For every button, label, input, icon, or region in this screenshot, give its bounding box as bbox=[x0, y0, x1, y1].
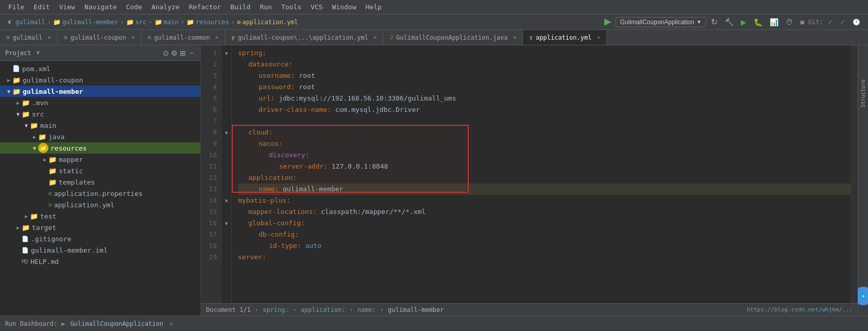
menu-analyze[interactable]: Analyze bbox=[147, 2, 184, 12]
tree-item-mapper[interactable]: ▶ 📁 mapper bbox=[0, 154, 200, 165]
gutter-10 bbox=[222, 150, 231, 161]
menu-window[interactable]: Window bbox=[328, 2, 361, 12]
menu-file[interactable]: File bbox=[4, 2, 28, 12]
tab-coupon-yml-close[interactable]: ✕ bbox=[373, 34, 377, 41]
tab-java-label: GulimallCouponApplication.java bbox=[396, 34, 508, 41]
nav-gulimall-label: gulimall bbox=[15, 19, 45, 26]
code-editor[interactable]: spring: datasource: username: root passw… bbox=[232, 45, 850, 303]
tree-iml-icon: 📄 bbox=[22, 247, 29, 254]
profile-icon[interactable]: ⏱ bbox=[783, 17, 795, 27]
tab-coupon[interactable]: m gulimall-coupon ✕ bbox=[58, 30, 142, 45]
gutter-19 bbox=[222, 252, 231, 263]
menu-vcs[interactable]: VCS bbox=[307, 2, 327, 12]
line-num-1: 1 bbox=[201, 47, 217, 59]
tree-item-templates[interactable]: 📁 templates bbox=[0, 176, 200, 188]
gutter-7 bbox=[222, 115, 231, 127]
sidebar-dropdown-icon[interactable]: ▼ bbox=[37, 49, 40, 56]
tab-common[interactable]: m gulimall-common ✕ bbox=[142, 30, 226, 45]
fold-8[interactable]: ▼ bbox=[222, 127, 231, 138]
green-arrow-icon[interactable] bbox=[602, 16, 614, 28]
tree-item-iml[interactable]: 📄 gulimall-member.iml bbox=[0, 244, 200, 256]
run-dashboard-item[interactable]: GulimallCouponApplication bbox=[70, 320, 163, 327]
menu-bar: File Edit View Navigate Code Analyze Ref… bbox=[0, 0, 868, 14]
tab-java[interactable]: J GulimallCouponApplication.java ✕ bbox=[383, 30, 523, 45]
sidebar-target-icon[interactable]: ⊙ bbox=[163, 48, 169, 58]
tree-static-icon: 📁 bbox=[48, 167, 57, 175]
nav-src[interactable]: 📁 src bbox=[126, 19, 147, 26]
tree-item-member[interactable]: ▼ 📁 gulimall-member bbox=[0, 86, 200, 97]
menu-help[interactable]: Help bbox=[362, 2, 386, 12]
git-clock-icon[interactable]: 🕐 bbox=[850, 18, 863, 27]
tree-item-app-props[interactable]: ⚙ application.properties bbox=[0, 188, 200, 199]
tree-item-app-yml[interactable]: ⚙ application.yml bbox=[0, 199, 200, 210]
sidebar-settings-icon[interactable]: ⚙ bbox=[171, 48, 178, 58]
menu-edit[interactable]: Edit bbox=[29, 2, 54, 12]
run-config-selector[interactable]: GulimallCouponApplication ▼ bbox=[616, 17, 706, 27]
menu-tools[interactable]: Tools bbox=[277, 2, 305, 12]
tree-mapper-label: mapper bbox=[59, 156, 83, 163]
refresh-icon[interactable]: ↻ bbox=[708, 16, 720, 28]
tree-item-src[interactable]: ▼ 📁 src bbox=[0, 108, 200, 120]
tree-item-target[interactable]: ▶ 📁 target bbox=[0, 222, 200, 233]
menu-build[interactable]: Build bbox=[226, 2, 254, 12]
tree-item-mvn[interactable]: ▶ 📁 .mvn bbox=[0, 97, 200, 108]
tree-item-pom[interactable]: 📄 pom.xml bbox=[0, 63, 200, 74]
nav-main[interactable]: 📁 main bbox=[155, 19, 179, 26]
scrollbar-area[interactable] bbox=[850, 45, 858, 303]
tree-item-help[interactable]: MD HELP.md bbox=[0, 256, 200, 267]
tab-member-yml-close[interactable]: ✕ bbox=[597, 34, 600, 41]
tab-coupon-close[interactable]: ✕ bbox=[131, 34, 135, 41]
menu-code[interactable]: Code bbox=[122, 2, 146, 12]
run-dashboard-close[interactable]: ✕ bbox=[169, 320, 173, 327]
tree-item-static[interactable]: 📁 static bbox=[0, 165, 200, 176]
tree-item-coupon[interactable]: ▶ 📁 gulimall-coupon bbox=[0, 74, 200, 86]
run-dashboard-label: Run Dashboard: bbox=[5, 320, 57, 327]
tree-item-main[interactable]: ▼ 📁 main bbox=[0, 120, 200, 131]
tab-gulimall[interactable]: m gulimall ✕ bbox=[0, 30, 58, 45]
stop-icon[interactable]: ■ bbox=[801, 19, 804, 26]
build-icon[interactable]: 🔨 bbox=[722, 17, 736, 27]
tree-item-gitignore[interactable]: 📄 .gitignore bbox=[0, 233, 200, 244]
coverage-icon[interactable]: 📊 bbox=[767, 17, 781, 27]
code-line-8: cloud: bbox=[238, 127, 850, 138]
line-num-10: 10 bbox=[201, 150, 217, 161]
tab-java-close[interactable]: ✕ bbox=[513, 34, 517, 41]
nav-gulimall[interactable]: gulimall bbox=[15, 19, 45, 26]
fold-16[interactable]: ▼ bbox=[222, 218, 231, 229]
menu-refactor[interactable]: Refactor bbox=[185, 2, 226, 12]
structure-button[interactable]: Structure bbox=[859, 76, 867, 110]
tree-item-resources[interactable]: ▼ 📁 resources bbox=[0, 142, 200, 154]
fold-1[interactable]: ▼ bbox=[222, 47, 231, 59]
line-num-2: 2 bbox=[201, 59, 217, 70]
tree-target-label: target bbox=[32, 224, 56, 231]
nav-yml[interactable]: ⚙ application.yml bbox=[237, 19, 298, 26]
tree-mvn-icon: 📁 bbox=[22, 99, 30, 107]
git-check2-icon[interactable]: ✓ bbox=[838, 18, 848, 27]
tab-member-yml[interactable]: y application.yml ✕ bbox=[523, 30, 607, 45]
fold-14[interactable]: ▼ bbox=[222, 195, 231, 206]
code-line-12: application: bbox=[238, 172, 850, 184]
sidebar-expand-icon[interactable]: ⊞ bbox=[180, 48, 186, 58]
menu-navigate[interactable]: Navigate bbox=[80, 2, 121, 12]
git-label: Git: bbox=[808, 19, 823, 26]
line-num-15: 15 bbox=[201, 206, 217, 218]
tree-java-icon: 📁 bbox=[38, 133, 46, 141]
tab-gulimall-close[interactable]: ✕ bbox=[47, 34, 51, 41]
line-num-13: 13 bbox=[201, 184, 217, 195]
tab-coupon-icon: m bbox=[64, 34, 67, 41]
menu-run[interactable]: Run bbox=[256, 2, 276, 12]
git-check-icon[interactable]: ✓ bbox=[825, 18, 836, 27]
nav-member[interactable]: 📁 gulimall-member bbox=[53, 19, 118, 26]
menu-view[interactable]: View bbox=[55, 2, 79, 12]
tree-item-test[interactable]: ▶ 📁 test bbox=[0, 210, 200, 222]
tree-arrow-resources: ▼ bbox=[31, 145, 38, 151]
tab-common-close[interactable]: ✕ bbox=[215, 34, 219, 41]
nav-resources[interactable]: 📁 resources bbox=[186, 19, 229, 26]
run-icon[interactable]: ▶ bbox=[738, 17, 749, 27]
code-line-17: db-config: bbox=[238, 229, 850, 240]
tab-coupon-yml[interactable]: y gulimall-coupon\...\application.yml ✕ bbox=[225, 30, 383, 45]
debug-icon[interactable]: 🐛 bbox=[751, 17, 765, 27]
editor-content[interactable]: 1 2 3 4 5 6 7 8 9 10 11 12 13 14 15 16 1… bbox=[201, 45, 858, 303]
tree-item-java[interactable]: ▶ 📁 java bbox=[0, 131, 200, 142]
sidebar-collapse-icon[interactable]: － bbox=[188, 48, 195, 58]
